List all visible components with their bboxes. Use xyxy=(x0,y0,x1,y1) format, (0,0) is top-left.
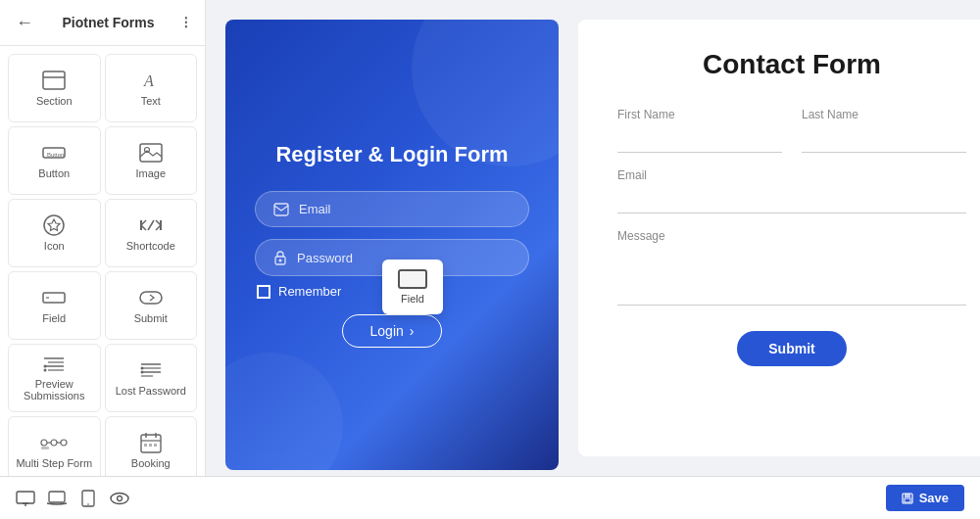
message-group: Message xyxy=(617,229,966,306)
sidebar-item-field[interactable]: Field xyxy=(8,271,101,340)
main-content: Register & Login Form Email Password xyxy=(206,0,980,476)
sidebar-header: ← Piotnet Forms ⁝ xyxy=(0,0,205,46)
message-input[interactable] xyxy=(617,247,966,306)
arrow-right-icon: › xyxy=(410,323,415,339)
svg-rect-54 xyxy=(274,204,288,215)
bottom-bar: Save xyxy=(0,476,980,519)
svg-point-30 xyxy=(140,371,143,374)
section-icon xyxy=(40,70,68,91)
sidebar-item-image-label: Image xyxy=(135,167,166,179)
preview-form-title: Register & Login Form xyxy=(275,142,508,167)
preview-password-label: Password xyxy=(297,251,353,265)
laptop-icon[interactable] xyxy=(47,491,67,506)
sidebar-item-booking[interactable]: Booking xyxy=(105,416,198,476)
sidebar-item-button[interactable]: Button Button xyxy=(8,126,101,195)
svg-rect-36 xyxy=(41,447,49,449)
back-icon[interactable]: ← xyxy=(16,13,33,33)
svg-point-23 xyxy=(44,365,47,368)
sidebar-item-section[interactable]: Section xyxy=(8,54,101,122)
text-icon: A xyxy=(137,70,165,91)
svg-rect-43 xyxy=(154,444,157,447)
contact-panel: Contact Form First Name Last Name Email xyxy=(578,20,980,456)
sidebar-item-submit[interactable]: Submit xyxy=(105,271,198,340)
sidebar-item-booking-label: Booking xyxy=(131,457,171,469)
sidebar-item-icon[interactable]: Icon xyxy=(8,199,101,267)
contact-form-title: Contact Form xyxy=(617,49,966,80)
submit-icon xyxy=(137,287,165,308)
svg-line-15 xyxy=(148,220,154,230)
sidebar-item-lost-password-label: Lost Password xyxy=(116,385,186,397)
multi-step-icon xyxy=(40,432,68,453)
save-icon xyxy=(902,493,913,504)
sidebar-item-field-label: Field xyxy=(42,312,66,324)
sidebar-item-text-label: Text xyxy=(141,95,161,107)
preview-icon xyxy=(40,354,68,374)
sidebar-item-icon-label: Icon xyxy=(44,240,65,252)
first-name-group: First Name xyxy=(617,108,782,153)
svg-point-64 xyxy=(118,495,122,500)
app-container: ← Piotnet Forms ⁝ Section A Text xyxy=(0,0,980,476)
email-group: Email xyxy=(617,168,966,213)
sidebar-grid: Section A Text Button Button xyxy=(0,46,205,476)
sidebar-item-shortcode[interactable]: Shortcode xyxy=(105,199,198,267)
booking-icon xyxy=(137,432,165,453)
last-name-group: Last Name xyxy=(802,108,966,153)
svg-marker-8 xyxy=(48,219,60,231)
svg-point-62 xyxy=(87,503,89,505)
contact-submit-button[interactable]: Submit xyxy=(737,331,846,366)
preview-email-field: Email xyxy=(255,191,529,227)
form-preview: Register & Login Form Email Password xyxy=(225,20,559,470)
sidebar-item-preview-submissions[interactable]: Preview Submissions xyxy=(8,344,101,412)
svg-rect-5 xyxy=(140,144,162,162)
save-button[interactable]: Save xyxy=(886,485,964,511)
svg-point-33 xyxy=(61,440,67,446)
sidebar-item-text[interactable]: A Text xyxy=(105,54,198,122)
message-label: Message xyxy=(617,229,966,243)
svg-rect-66 xyxy=(905,494,910,497)
sidebar: ← Piotnet Forms ⁝ Section A Text xyxy=(0,0,206,476)
preview-email-label: Email xyxy=(299,202,331,216)
email-input[interactable] xyxy=(617,186,966,213)
sidebar-item-shortcode-label: Shortcode xyxy=(126,240,175,252)
svg-rect-41 xyxy=(144,444,147,447)
tablet-icon[interactable] xyxy=(78,491,98,506)
sidebar-item-multi-step[interactable]: Multi Step Form xyxy=(8,416,101,476)
icon-widget-icon xyxy=(40,214,68,236)
sidebar-item-image[interactable]: Image xyxy=(105,126,198,195)
svg-rect-60 xyxy=(49,492,65,502)
sidebar-item-section-label: Section xyxy=(36,95,73,107)
svg-point-24 xyxy=(44,369,47,372)
preview-remember-row: Remember xyxy=(255,284,341,299)
save-label: Save xyxy=(919,491,949,505)
contact-form: First Name Last Name Email Message xyxy=(617,108,966,366)
last-name-input[interactable] xyxy=(802,125,966,153)
svg-point-63 xyxy=(111,493,128,503)
desktop-icon[interactable] xyxy=(16,491,35,506)
last-name-label: Last Name xyxy=(802,108,966,121)
first-name-input[interactable] xyxy=(617,125,782,153)
svg-text:A: A xyxy=(143,72,154,89)
shortcode-icon xyxy=(137,214,165,236)
eye-icon[interactable] xyxy=(110,491,129,506)
svg-rect-57 xyxy=(17,492,34,503)
svg-rect-0 xyxy=(43,71,65,89)
svg-rect-42 xyxy=(149,444,152,447)
button-icon: Button xyxy=(40,142,68,164)
svg-rect-18 xyxy=(140,292,162,304)
remember-checkbox[interactable] xyxy=(257,285,270,299)
image-icon xyxy=(137,142,165,164)
svg-point-56 xyxy=(279,260,282,262)
sidebar-item-multi-step-label: Multi Step Form xyxy=(16,457,92,469)
floating-field-tooltip: Field xyxy=(382,260,443,314)
grid-icon[interactable]: ⁝ xyxy=(183,12,189,33)
lost-password-icon xyxy=(137,359,165,381)
svg-text:Button: Button xyxy=(47,152,64,158)
svg-point-29 xyxy=(140,367,143,370)
sidebar-title: Piotnet Forms xyxy=(62,15,154,30)
sidebar-item-submit-label: Submit xyxy=(134,312,168,324)
preview-login-button[interactable]: Login › xyxy=(342,314,443,348)
tooltip-field-visual xyxy=(398,269,427,289)
sidebar-item-lost-password[interactable]: Lost Password xyxy=(105,344,198,412)
preview-panel: Register & Login Form Email Password xyxy=(225,20,559,456)
email-label: Email xyxy=(617,168,966,182)
